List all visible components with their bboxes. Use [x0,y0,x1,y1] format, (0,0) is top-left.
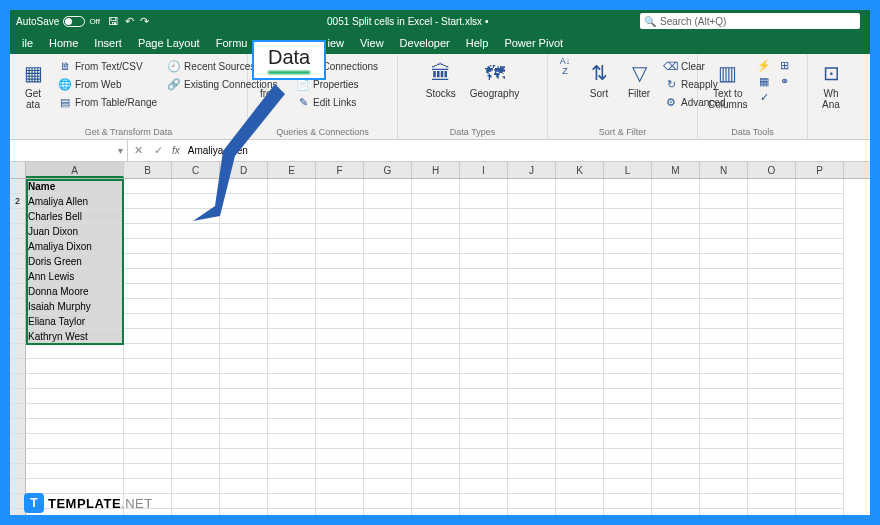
cell[interactable] [796,344,844,359]
tab-help[interactable]: Help [458,34,497,52]
cell[interactable] [748,374,796,389]
cell[interactable] [700,464,748,479]
cell[interactable] [412,509,460,515]
cell[interactable] [172,434,220,449]
column-header-M[interactable]: M [652,162,700,178]
column-header-H[interactable]: H [412,162,460,178]
cell[interactable] [604,194,652,209]
cell[interactable] [26,404,124,419]
cell[interactable] [412,464,460,479]
row-header[interactable] [10,344,26,359]
cell[interactable] [364,299,412,314]
cell[interactable] [316,344,364,359]
cell[interactable] [556,299,604,314]
toggle-icon[interactable] [63,16,85,27]
save-icon[interactable]: 🖫 [108,15,119,28]
filter-button[interactable]: ▽Filter [622,58,656,126]
cell[interactable] [796,359,844,374]
cell[interactable] [604,314,652,329]
row-header[interactable] [10,179,26,194]
cell[interactable] [124,224,172,239]
cell[interactable] [124,479,172,494]
cell[interactable] [796,434,844,449]
cell[interactable] [748,224,796,239]
cell[interactable] [460,299,508,314]
cell[interactable]: Amaliya Allen [26,194,124,209]
cell[interactable] [220,479,268,494]
cell[interactable] [364,404,412,419]
cell[interactable]: Charles Bell [26,209,124,224]
cell[interactable] [172,329,220,344]
cell[interactable] [268,449,316,464]
cell[interactable] [556,404,604,419]
cell[interactable] [412,434,460,449]
cell[interactable] [460,239,508,254]
cell[interactable] [556,494,604,509]
cell[interactable] [508,269,556,284]
cell[interactable] [172,239,220,254]
cell[interactable] [26,344,124,359]
cell[interactable] [172,284,220,299]
cell[interactable] [700,254,748,269]
get-data-button[interactable]: ▦ Get ata [16,58,50,126]
cell[interactable] [700,434,748,449]
cell[interactable] [748,284,796,299]
cell[interactable] [460,464,508,479]
geography-button[interactable]: 🗺Geography [466,58,523,126]
cell[interactable] [172,419,220,434]
cell[interactable] [700,404,748,419]
cell[interactable] [316,464,364,479]
cell[interactable] [700,389,748,404]
column-header-I[interactable]: I [460,162,508,178]
text-to-columns-button[interactable]: ▥Text to Columns [704,58,751,126]
cell[interactable] [508,239,556,254]
cell[interactable] [460,194,508,209]
cell[interactable] [508,434,556,449]
cell[interactable] [460,434,508,449]
cell[interactable] [316,254,364,269]
cell[interactable] [652,284,700,299]
row-header[interactable] [10,374,26,389]
cell[interactable] [556,389,604,404]
column-header-P[interactable]: P [796,162,844,178]
cell[interactable] [748,269,796,284]
row-header[interactable] [10,359,26,374]
cell[interactable] [220,254,268,269]
cell[interactable] [172,389,220,404]
cell[interactable] [124,239,172,254]
cell[interactable] [172,254,220,269]
cell[interactable] [268,464,316,479]
cell[interactable] [796,179,844,194]
row-header[interactable] [10,224,26,239]
cell[interactable] [26,464,124,479]
row-header[interactable] [10,464,26,479]
cancel-icon[interactable]: ✕ [128,144,148,157]
cell[interactable] [172,509,220,515]
remove-dup-icon[interactable]: ▦ [757,74,771,88]
cell[interactable] [796,419,844,434]
row-header[interactable] [10,299,26,314]
cell[interactable] [364,464,412,479]
row-header[interactable] [10,479,26,494]
cell[interactable] [796,449,844,464]
cell[interactable] [604,344,652,359]
cell[interactable] [316,509,364,515]
cell[interactable]: Ann Lewis [26,269,124,284]
search-box[interactable]: 🔍 Search (Alt+Q) [640,13,860,29]
cell[interactable] [652,404,700,419]
whatif-button[interactable]: ⊡Wh Ana [814,58,848,137]
cell[interactable] [364,344,412,359]
cell[interactable] [460,329,508,344]
cell[interactable] [172,374,220,389]
row-header[interactable] [10,314,26,329]
cell[interactable] [556,434,604,449]
cell[interactable] [412,254,460,269]
undo-icon[interactable]: ↶ [125,15,134,28]
cell[interactable] [604,269,652,284]
cell[interactable] [556,464,604,479]
cell[interactable] [364,374,412,389]
cell[interactable] [604,434,652,449]
cell[interactable] [700,284,748,299]
cell[interactable] [748,194,796,209]
cell[interactable] [364,449,412,464]
